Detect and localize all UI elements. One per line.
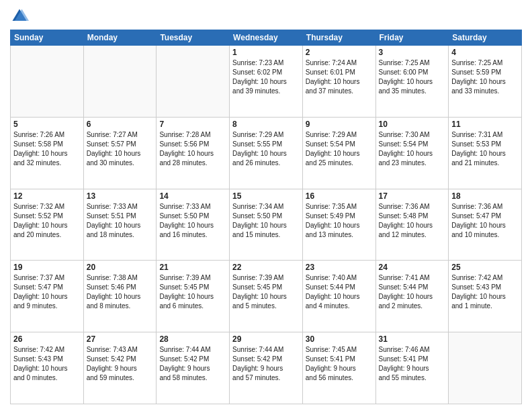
calendar-cell — [449, 332, 522, 404]
calendar-cell: 31Sunrise: 7:46 AM Sunset: 5:41 PM Dayli… — [375, 332, 449, 404]
day-number: 25 — [451, 263, 519, 272]
day-number: 28 — [159, 334, 226, 344]
calendar-cell: 22Sunrise: 7:39 AM Sunset: 5:45 PM Dayli… — [230, 261, 303, 332]
calendar-week-row: 19Sunrise: 7:37 AM Sunset: 5:47 PM Dayli… — [11, 261, 522, 332]
day-info: Sunrise: 7:40 AM Sunset: 5:44 PM Dayligh… — [306, 273, 373, 311]
day-info: Sunrise: 7:39 AM Sunset: 5:45 PM Dayligh… — [159, 273, 226, 311]
day-info: Sunrise: 7:27 AM Sunset: 5:57 PM Dayligh… — [87, 130, 154, 168]
day-number: 11 — [451, 120, 519, 129]
calendar-cell: 24Sunrise: 7:41 AM Sunset: 5:44 PM Dayli… — [375, 261, 449, 332]
day-info: Sunrise: 7:33 AM Sunset: 5:51 PM Dayligh… — [87, 202, 154, 240]
day-number: 8 — [232, 120, 300, 129]
day-number: 20 — [87, 263, 154, 272]
calendar-cell: 1Sunrise: 7:23 AM Sunset: 6:02 PM Daylig… — [230, 46, 303, 118]
day-number: 22 — [232, 263, 300, 272]
day-info: Sunrise: 7:42 AM Sunset: 5:43 PM Dayligh… — [13, 345, 81, 383]
day-number: 4 — [451, 48, 519, 57]
day-of-week-header: Saturday — [449, 30, 522, 46]
day-info: Sunrise: 7:25 AM Sunset: 6:00 PM Dayligh… — [379, 58, 446, 96]
day-info: Sunrise: 7:32 AM Sunset: 5:52 PM Dayligh… — [13, 202, 81, 240]
day-info: Sunrise: 7:26 AM Sunset: 5:58 PM Dayligh… — [13, 130, 81, 168]
logo — [10, 7, 32, 26]
calendar-cell: 23Sunrise: 7:40 AM Sunset: 5:44 PM Dayli… — [302, 261, 375, 332]
day-number: 2 — [306, 48, 373, 57]
day-number: 1 — [232, 48, 300, 57]
calendar-cell: 28Sunrise: 7:44 AM Sunset: 5:42 PM Dayli… — [157, 332, 230, 404]
calendar-cell: 30Sunrise: 7:45 AM Sunset: 5:41 PM Dayli… — [302, 332, 375, 404]
calendar-cell: 20Sunrise: 7:38 AM Sunset: 5:46 PM Dayli… — [83, 261, 157, 332]
calendar-cell: 4Sunrise: 7:25 AM Sunset: 5:59 PM Daylig… — [449, 46, 522, 118]
day-info: Sunrise: 7:44 AM Sunset: 5:42 PM Dayligh… — [232, 345, 300, 383]
day-info: Sunrise: 7:31 AM Sunset: 5:53 PM Dayligh… — [451, 130, 519, 168]
day-of-week-header: Tuesday — [157, 30, 230, 46]
logo-icon — [10, 7, 29, 26]
calendar-week-row: 12Sunrise: 7:32 AM Sunset: 5:52 PM Dayli… — [11, 189, 522, 261]
calendar-cell: 3Sunrise: 7:25 AM Sunset: 6:00 PM Daylig… — [375, 46, 449, 118]
calendar-cell: 21Sunrise: 7:39 AM Sunset: 5:45 PM Dayli… — [157, 261, 230, 332]
day-number: 15 — [232, 191, 300, 201]
calendar-week-row: 5Sunrise: 7:26 AM Sunset: 5:58 PM Daylig… — [11, 117, 522, 189]
day-number: 18 — [451, 191, 519, 201]
day-number: 23 — [306, 263, 373, 272]
calendar-cell: 16Sunrise: 7:35 AM Sunset: 5:49 PM Dayli… — [302, 189, 375, 261]
calendar-cell: 18Sunrise: 7:36 AM Sunset: 5:47 PM Dayli… — [449, 189, 522, 261]
calendar-cell: 26Sunrise: 7:42 AM Sunset: 5:43 PM Dayli… — [11, 332, 84, 404]
day-number: 6 — [87, 120, 154, 129]
day-info: Sunrise: 7:44 AM Sunset: 5:42 PM Dayligh… — [159, 345, 226, 383]
day-info: Sunrise: 7:24 AM Sunset: 6:01 PM Dayligh… — [306, 58, 373, 96]
day-info: Sunrise: 7:35 AM Sunset: 5:49 PM Dayligh… — [306, 202, 373, 240]
calendar-cell: 15Sunrise: 7:34 AM Sunset: 5:50 PM Dayli… — [230, 189, 303, 261]
calendar-header-row: SundayMondayTuesdayWednesdayThursdayFrid… — [11, 30, 522, 46]
day-info: Sunrise: 7:34 AM Sunset: 5:50 PM Dayligh… — [232, 202, 300, 240]
day-info: Sunrise: 7:28 AM Sunset: 5:56 PM Dayligh… — [159, 130, 226, 168]
calendar-cell: 27Sunrise: 7:43 AM Sunset: 5:42 PM Dayli… — [83, 332, 157, 404]
day-info: Sunrise: 7:46 AM Sunset: 5:41 PM Dayligh… — [379, 345, 446, 383]
day-of-week-header: Sunday — [11, 30, 84, 46]
day-info: Sunrise: 7:30 AM Sunset: 5:54 PM Dayligh… — [379, 130, 446, 168]
day-info: Sunrise: 7:29 AM Sunset: 5:54 PM Dayligh… — [306, 130, 373, 168]
day-info: Sunrise: 7:37 AM Sunset: 5:47 PM Dayligh… — [13, 273, 81, 311]
day-of-week-header: Friday — [375, 30, 449, 46]
calendar-week-row: 1Sunrise: 7:23 AM Sunset: 6:02 PM Daylig… — [11, 46, 522, 118]
day-info: Sunrise: 7:42 AM Sunset: 5:43 PM Dayligh… — [451, 273, 519, 311]
day-number: 31 — [379, 334, 446, 344]
calendar-cell: 6Sunrise: 7:27 AM Sunset: 5:57 PM Daylig… — [83, 117, 157, 189]
calendar-cell: 7Sunrise: 7:28 AM Sunset: 5:56 PM Daylig… — [157, 117, 230, 189]
day-info: Sunrise: 7:41 AM Sunset: 5:44 PM Dayligh… — [379, 273, 446, 311]
day-number: 29 — [232, 334, 300, 344]
day-info: Sunrise: 7:23 AM Sunset: 6:02 PM Dayligh… — [232, 58, 300, 96]
day-number: 21 — [159, 263, 226, 272]
day-of-week-header: Monday — [83, 30, 157, 46]
day-info: Sunrise: 7:36 AM Sunset: 5:48 PM Dayligh… — [379, 202, 446, 240]
calendar: SundayMondayTuesdayWednesdayThursdayFrid… — [10, 30, 522, 404]
day-number: 27 — [87, 334, 154, 344]
calendar-cell: 9Sunrise: 7:29 AM Sunset: 5:54 PM Daylig… — [302, 117, 375, 189]
day-number: 10 — [379, 120, 446, 129]
day-info: Sunrise: 7:38 AM Sunset: 5:46 PM Dayligh… — [87, 273, 154, 311]
day-number: 7 — [159, 120, 226, 129]
day-number: 17 — [379, 191, 446, 201]
day-number: 14 — [159, 191, 226, 201]
day-info: Sunrise: 7:39 AM Sunset: 5:45 PM Dayligh… — [232, 273, 300, 311]
day-number: 24 — [379, 263, 446, 272]
day-number: 30 — [306, 334, 373, 344]
day-info: Sunrise: 7:33 AM Sunset: 5:50 PM Dayligh… — [159, 202, 226, 240]
day-number: 12 — [13, 191, 81, 201]
day-info: Sunrise: 7:36 AM Sunset: 5:47 PM Dayligh… — [451, 202, 519, 240]
day-of-week-header: Wednesday — [230, 30, 303, 46]
day-number: 19 — [13, 263, 81, 272]
calendar-cell: 2Sunrise: 7:24 AM Sunset: 6:01 PM Daylig… — [302, 46, 375, 118]
page: SundayMondayTuesdayWednesdayThursdayFrid… — [0, 0, 532, 411]
calendar-cell — [11, 46, 84, 118]
day-info: Sunrise: 7:43 AM Sunset: 5:42 PM Dayligh… — [87, 345, 154, 383]
day-info: Sunrise: 7:25 AM Sunset: 5:59 PM Dayligh… — [451, 58, 519, 96]
day-number: 26 — [13, 334, 81, 344]
day-of-week-header: Thursday — [302, 30, 375, 46]
calendar-cell: 10Sunrise: 7:30 AM Sunset: 5:54 PM Dayli… — [375, 117, 449, 189]
calendar-cell: 19Sunrise: 7:37 AM Sunset: 5:47 PM Dayli… — [11, 261, 84, 332]
calendar-cell: 12Sunrise: 7:32 AM Sunset: 5:52 PM Dayli… — [11, 189, 84, 261]
day-info: Sunrise: 7:29 AM Sunset: 5:55 PM Dayligh… — [232, 130, 300, 168]
day-number: 3 — [379, 48, 446, 57]
day-number: 9 — [306, 120, 373, 129]
calendar-cell: 8Sunrise: 7:29 AM Sunset: 5:55 PM Daylig… — [230, 117, 303, 189]
